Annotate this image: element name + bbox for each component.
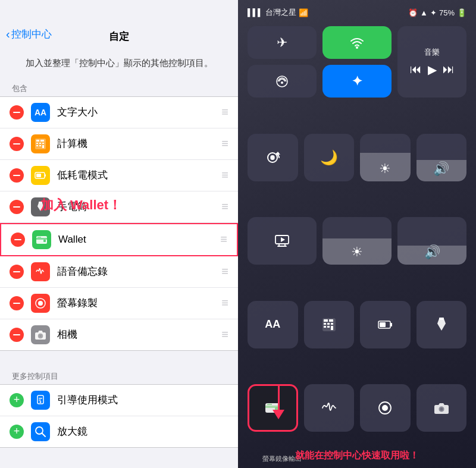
remove-low-power-button[interactable]	[10, 168, 24, 183]
svg-rect-52	[439, 318, 444, 320]
screen-record-label: 螢幕錄製	[57, 296, 221, 310]
brightness-detail-slider[interactable]: ☀	[322, 217, 392, 265]
remove-text-size-button[interactable]	[10, 105, 24, 120]
svg-marker-51	[437, 319, 446, 331]
svg-rect-15	[36, 238, 47, 240]
drag-handle-camera[interactable]: ≡	[221, 328, 228, 341]
remove-voice-memo-button[interactable]	[10, 265, 24, 279]
battery-control-button[interactable]	[360, 301, 411, 348]
list-item-camera: 相機 ≡	[0, 319, 238, 350]
wifi-button[interactable]	[322, 26, 392, 59]
svg-rect-3	[36, 145, 38, 146]
list-item-low-power: 低耗電模式 ≡	[0, 160, 238, 191]
svg-rect-47	[329, 319, 333, 322]
guided-access-label: 引導使用模式	[57, 393, 228, 407]
remove-camera-button[interactable]	[10, 328, 24, 342]
low-power-icon	[31, 166, 50, 185]
bottom-annotation-text: 就能在控制中心快速取用啦！	[248, 450, 466, 462]
guided-access-icon	[31, 391, 50, 410]
voice-memo-label: 語音備忘錄	[57, 265, 221, 278]
svg-rect-49	[390, 323, 392, 326]
bluetooth-button[interactable]: ✦	[322, 65, 392, 98]
nav-back-button[interactable]: ‹ 控制中心	[6, 27, 52, 41]
more-header: 更多控制項目	[0, 368, 238, 384]
remove-flashlight-button[interactable]	[10, 200, 24, 214]
svg-rect-1	[36, 140, 39, 142]
volume-detail-slider[interactable]: 🔊	[397, 217, 466, 265]
row3-controls: 螢幕鏡像輸出 ☀ 🔊	[248, 217, 466, 265]
left-panel: ‹ 控制中心 自定 加入並整理「控制中心」顯示的其他控制項目。 包含 AA 文字…	[0, 0, 238, 468]
nav-bar: ‹ 控制中心 自定	[0, 0, 238, 49]
calculator-icon	[31, 134, 50, 153]
add-guided-access-button[interactable]	[10, 393, 24, 407]
svg-rect-4	[39, 143, 41, 144]
battery-icon: 🔋	[457, 8, 466, 17]
row2-controls: 🌙 ☀ 🔊	[248, 134, 466, 181]
brightness-slider[interactable]: ☀	[360, 134, 411, 181]
lock-rotation-button[interactable]	[248, 134, 298, 181]
prev-track-button[interactable]: ⏮	[410, 62, 422, 77]
svg-rect-16	[43, 240, 46, 242]
description-text: 加入並整理「控制中心」顯示的其他控制項目。	[0, 49, 238, 80]
drag-handle-screen-record[interactable]: ≡	[221, 296, 228, 310]
drag-handle-low-power[interactable]: ≡	[221, 168, 228, 182]
svg-rect-50	[380, 322, 386, 327]
sun-icon: ☀	[351, 244, 363, 260]
svg-point-61	[440, 408, 443, 411]
screen-record-icon	[31, 294, 50, 313]
drag-handle-wallet[interactable]: ≡	[220, 233, 227, 246]
svg-rect-7	[42, 145, 44, 148]
magnifier-icon	[31, 422, 50, 441]
svg-rect-40	[324, 319, 328, 322]
cellular-button[interactable]	[248, 65, 317, 98]
text-size-icon: AA	[31, 103, 50, 122]
svg-rect-8	[40, 140, 44, 142]
svg-rect-26	[39, 400, 41, 401]
svg-rect-5	[39, 145, 41, 146]
airplane-mode-button[interactable]: ✈	[248, 26, 317, 59]
nav-back-label: 控制中心	[11, 27, 52, 41]
svg-rect-46	[331, 326, 333, 330]
magnifier-label: 放大鏡	[57, 425, 228, 438]
music-control[interactable]: 音樂 ⏮ ▶ ⏭	[397, 26, 466, 98]
add-magnifier-button[interactable]	[10, 425, 24, 439]
list-item-voice-memo: 語音備忘錄 ≡	[0, 256, 238, 288]
display-options-button[interactable]: AA	[248, 301, 298, 348]
flashlight-control-button[interactable]	[416, 301, 467, 348]
remove-screen-record-button[interactable]	[10, 296, 24, 310]
svg-rect-25	[39, 398, 42, 399]
remove-wallet-button[interactable]	[11, 233, 25, 247]
included-items-list: AA 文字大小 ≡ 計算機 ≡	[0, 96, 238, 351]
drag-handle-flashlight[interactable]: ≡	[221, 200, 228, 213]
drag-handle-voice-memo[interactable]: ≡	[221, 265, 228, 278]
voice-memo-icon	[31, 262, 50, 281]
camera-control-button[interactable]	[416, 384, 467, 432]
text-size-label: 文字大小	[57, 105, 221, 119]
location-icon: ▲	[420, 8, 428, 17]
brightness-icon: ☀	[379, 161, 391, 177]
calculator-control-button[interactable]	[304, 301, 355, 348]
calculator-label: 計算機	[57, 137, 221, 150]
list-item-guided-access: 引導使用模式	[0, 385, 238, 416]
svg-rect-43	[327, 323, 330, 325]
svg-rect-6	[42, 143, 44, 144]
includes-section-header: 包含	[0, 80, 238, 96]
camera-icon	[31, 325, 50, 344]
drag-handle-calculator[interactable]: ≡	[221, 137, 228, 150]
wifi-icon: 📶	[299, 8, 308, 17]
next-track-button[interactable]: ⏭	[443, 62, 455, 77]
voice-memo-control-button[interactable]	[304, 384, 355, 432]
svg-rect-2	[36, 143, 38, 144]
play-pause-button[interactable]: ▶	[428, 62, 437, 77]
list-item-flashlight: 手電筒 加入 Wallet！ ≡	[0, 191, 238, 223]
music-label: 音樂	[424, 47, 440, 58]
svg-point-22	[39, 335, 42, 337]
screen-mirror-button[interactable]: 螢幕鏡像輸出	[248, 217, 317, 265]
screen-record-control-button[interactable]	[360, 384, 411, 432]
remove-calculator-button[interactable]	[10, 137, 24, 151]
list-item-wallet: Wallet ≡	[0, 223, 238, 256]
volume-slider[interactable]: 🔊	[416, 134, 467, 181]
do-not-disturb-button[interactable]: 🌙	[304, 134, 355, 181]
drag-handle-text-size[interactable]: ≡	[221, 105, 228, 119]
svg-point-29	[356, 46, 358, 49]
